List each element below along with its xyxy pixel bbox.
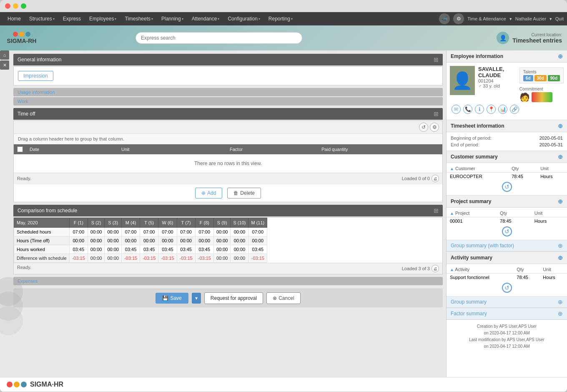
comparison-cell: 00:00 [195, 236, 213, 245]
traffic-yellow[interactable] [13, 3, 18, 9]
comparison-cell: 00:00 [213, 236, 231, 245]
add-button[interactable]: ⊕ Add [195, 188, 222, 199]
impression-button[interactable]: Impression [18, 71, 53, 81]
col-s3: S (3) [105, 218, 122, 228]
print-icon[interactable]: 🖨 [432, 175, 439, 182]
comparison-cell: 07:00 [69, 228, 88, 236]
period-start-row: Beginning of period: 2020-05-01 [451, 135, 563, 141]
talent-6d: 6d [523, 75, 533, 81]
expand-btn[interactable]: ⊕ [558, 254, 563, 261]
settings-icon-btn[interactable]: ⚙ [453, 13, 464, 24]
request-approval-button[interactable]: Request for approval [204, 292, 263, 304]
refresh-icon[interactable]: ↺ [419, 123, 428, 132]
cancel-icon: ⊗ [273, 295, 277, 301]
comparison-cell: 00:00 [69, 236, 88, 245]
print-icon[interactable]: 🖨 [432, 265, 439, 272]
save-button[interactable]: 💾 Save [156, 293, 188, 304]
time-off-header[interactable]: Time off ⊞ [13, 108, 443, 120]
customer-summary-header: Customer summary ⊕ [447, 151, 567, 163]
nav-express[interactable]: Express [59, 12, 85, 25]
delete-button[interactable]: 🗑 Delete [227, 188, 261, 199]
nav-timesheets[interactable]: Timesheets ▾ [120, 12, 157, 25]
expand-btn[interactable]: ⊕ [558, 123, 563, 129]
save-dropdown[interactable]: ▾ [192, 293, 201, 304]
comparison-cell: 03:45 [121, 245, 140, 254]
work-row[interactable]: Work [13, 97, 443, 106]
col-s2: S (2) [88, 218, 105, 228]
col-m4: M (4) [121, 218, 140, 228]
home-icon[interactable]: ⌂ [0, 50, 9, 60]
link-icon[interactable]: 🔗 [510, 105, 519, 114]
comparison-cell: 03:45 [177, 245, 195, 254]
logo-circle-blue [25, 32, 30, 37]
factor-summary-header[interactable]: Factor summary ⊕ [447, 308, 567, 319]
nav-planning[interactable]: Planning ▾ [157, 12, 188, 25]
employee-id: 001204 [478, 78, 516, 83]
location-icon[interactable]: 📍 [487, 105, 496, 114]
activity-row: Support fonctionnel 78:45 Hours [447, 274, 567, 281]
expand-btn[interactable]: ⊕ [558, 299, 563, 305]
comparison-cell: 00:00 [213, 254, 231, 263]
close-icon[interactable]: ✕ [0, 60, 9, 70]
email-icon[interactable]: ✉ [452, 105, 461, 114]
traffic-red[interactable] [5, 3, 10, 9]
expenses-section: Expenses [13, 277, 443, 285]
expand-icon[interactable]: ⊞ [434, 56, 439, 63]
select-all-checkbox[interactable] [17, 146, 23, 152]
nav-attendance[interactable]: Attendance ▾ [188, 12, 224, 25]
general-info-body: Impression [13, 66, 443, 85]
add-customer-button[interactable]: ↺ [502, 182, 512, 192]
usage-info-row[interactable]: Usage information [13, 88, 443, 96]
comparison-cell: 00:00 [213, 228, 231, 236]
comparison-cell: 07:00 [177, 228, 195, 236]
timesheet-info-header: Timesheet information ⊕ [447, 120, 567, 132]
expand-btn[interactable]: ⊕ [558, 242, 563, 249]
chevron-down-icon: ▾ [218, 17, 219, 21]
talent-badges: 6d 30d 90d [523, 75, 560, 81]
nav-employees[interactable]: Employees ▾ [85, 12, 120, 25]
commitment-figure: 🧑 [519, 92, 530, 102]
expand-icon[interactable]: ⊞ [434, 207, 439, 214]
nav-configuration[interactable]: Configuration ▾ [223, 12, 264, 25]
nav-structures[interactable]: Structures ▾ [25, 12, 59, 25]
add-activity-button[interactable]: ↺ [502, 283, 512, 293]
expand-btn[interactable]: ⊕ [558, 53, 563, 60]
drag-hint: Drag a column header here to group by th… [14, 134, 442, 144]
nav-home[interactable]: Home [3, 12, 25, 25]
expand-btn[interactable]: ⊕ [558, 153, 563, 160]
employee-info-section: Employee information ⊕ 👤 SAVALLE, CLAUDE… [447, 50, 567, 120]
nav-reporting[interactable]: Reporting ▾ [264, 12, 297, 25]
expand-btn[interactable]: ⊕ [558, 310, 563, 317]
comparison-cell: 00:00 [88, 236, 105, 245]
user-name: Nathalie Auzier [515, 16, 546, 21]
comparison-header[interactable]: Comparison from schedule ⊞ [13, 205, 443, 216]
project-summary-body: ▲ Project Qty Unit 00001 78:45 Hours [447, 208, 567, 240]
video-icon-btn[interactable]: 📹 [439, 13, 450, 24]
expenses-row[interactable]: Expenses [13, 277, 443, 285]
info-icon[interactable]: ℹ [475, 105, 484, 114]
expand-btn[interactable]: ⊕ [558, 198, 563, 205]
group-summary-header[interactable]: Group summary ⊕ [447, 297, 567, 308]
activity-add-btn-area: ↺ [447, 281, 567, 294]
chart-icon[interactable]: 📊 [498, 105, 507, 114]
group-summary-factor-header[interactable]: Group summary (with factor) ⊕ [447, 240, 567, 251]
quit-link[interactable]: Quit [555, 16, 564, 21]
add-project-button[interactable]: ↺ [502, 226, 512, 236]
settings-icon[interactable]: ⚙ [430, 123, 439, 132]
expand-icon[interactable]: ⊞ [434, 111, 439, 117]
cancel-button[interactable]: ⊗ Cancel [266, 292, 300, 304]
search-input[interactable] [135, 32, 302, 44]
comparison-cell: 03:45 [195, 245, 213, 254]
employee-name: SAVALLE, CLAUDE [478, 66, 516, 78]
gender-icon: ♂ [478, 83, 482, 88]
customer-summary-body: ▲ Customer Qty Unit EUROCOPTER 78:45 Hou… [447, 163, 567, 195]
logo: SIGMA-RH [5, 29, 38, 48]
phone-icon[interactable]: 📞 [463, 105, 472, 114]
footer-circle-red [7, 382, 13, 387]
traffic-green[interactable] [21, 3, 26, 9]
comparison-cell: 03:45 [248, 245, 267, 254]
app-footer: SIGMA·HR [0, 377, 567, 392]
general-info-header[interactable]: General information ⊞ [13, 54, 443, 65]
time-off-controls: ↺ ⚙ [14, 121, 442, 134]
comparison-cell: 07:00 [158, 228, 177, 236]
